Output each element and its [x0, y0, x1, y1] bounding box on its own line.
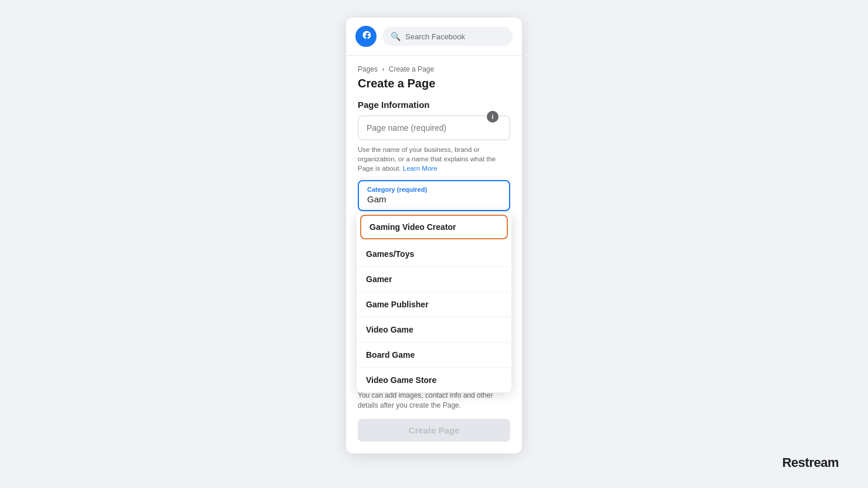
- facebook-logo: [355, 26, 377, 47]
- search-input-text: Search Facebook: [405, 32, 465, 41]
- dropdown-list: Gaming Video Creator Games/Toys Gamer Ga…: [357, 212, 511, 392]
- dropdown-item-gamer[interactable]: Gamer: [357, 267, 511, 292]
- dropdown-item-video-game[interactable]: Video Game: [357, 317, 511, 343]
- category-field-wrapper: Category (required) Gam Gaming Video Cre…: [358, 180, 510, 211]
- page-title: Create a Page: [358, 77, 510, 90]
- category-value: Gam: [367, 194, 501, 204]
- search-bar[interactable]: 🔍 Search Facebook: [382, 27, 513, 46]
- restream-watermark: Restream: [782, 455, 839, 470]
- add-details-text: You can add images, contact info and oth…: [358, 391, 510, 411]
- helper-text: Use the name of your business, brand or …: [358, 145, 510, 173]
- search-icon: 🔍: [391, 32, 401, 41]
- dropdown-item-game-publisher[interactable]: Game Publisher: [357, 292, 511, 317]
- dropdown-item-video-game-store[interactable]: Video Game Store: [357, 368, 511, 392]
- breadcrumb-current: Create a Page: [389, 65, 434, 73]
- category-label: Category (required): [367, 186, 501, 193]
- modal-container: 🔍 Search Facebook Pages › Create a Page …: [346, 18, 522, 453]
- learn-more-link[interactable]: Learn More: [403, 165, 438, 172]
- dropdown-item-games-toys[interactable]: Games/Toys: [357, 242, 511, 267]
- breadcrumb-separator: ›: [382, 65, 384, 73]
- dropdown-item-gaming-video-creator[interactable]: Gaming Video Creator: [360, 215, 508, 239]
- dropdown-item-board-game[interactable]: Board Game: [357, 343, 511, 368]
- category-input-container[interactable]: Category (required) Gam: [358, 180, 510, 211]
- content-area: Pages › Create a Page Create a Page i Pa…: [346, 56, 522, 223]
- create-page-button[interactable]: Create Page: [358, 419, 510, 442]
- info-icon-wrapper: i: [487, 111, 499, 123]
- info-icon[interactable]: i: [487, 111, 499, 123]
- page-wrapper: 🔍 Search Facebook Pages › Create a Page …: [0, 0, 868, 488]
- breadcrumb: Pages › Create a Page: [358, 65, 510, 73]
- breadcrumb-parent: Pages: [358, 65, 378, 73]
- top-bar: 🔍 Search Facebook: [346, 18, 522, 56]
- section-label: Page Information: [358, 100, 510, 110]
